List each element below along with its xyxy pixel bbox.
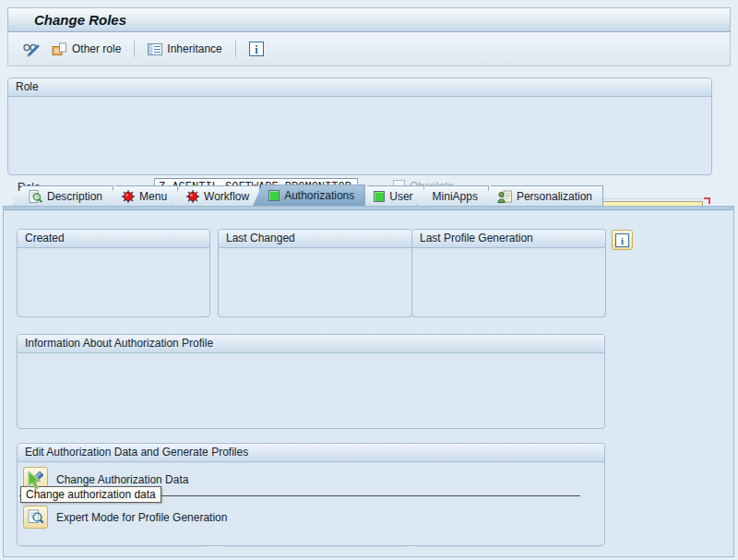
- panel-top-band: [4, 207, 733, 210]
- tab-label: Personalization: [517, 190, 592, 203]
- window-title: Change Roles: [7, 7, 731, 32]
- tab-workflow[interactable]: Workflow: [171, 185, 260, 206]
- row-separator: [222, 546, 406, 547]
- last-changed-groupbox: Last Changed User RBU Date 28.03.2023 Ti…: [218, 229, 412, 317]
- mouse-cursor: [27, 471, 44, 492]
- tab-personalization[interactable]: Personalization: [482, 185, 603, 206]
- display-document-icon: [29, 190, 42, 203]
- application-toolbar: Other role Inheritance i: [7, 32, 731, 66]
- info-icon: i: [615, 233, 629, 247]
- field-selection-marker: [704, 197, 710, 204]
- expert-glass-icon: [28, 509, 44, 525]
- tab-menu[interactable]: Menu: [106, 185, 178, 206]
- green-square-icon: [374, 191, 385, 202]
- info-icon: i: [249, 42, 264, 56]
- tab-miniapps[interactable]: MiniApps: [417, 185, 489, 206]
- tab-authorizations[interactable]: Authorizations: [253, 185, 365, 206]
- tab-label: MiniApps: [433, 190, 478, 203]
- tab-user[interactable]: User: [358, 185, 423, 206]
- profile-info-groupbox: Information About Authorization Profile …: [17, 334, 605, 429]
- red-led-icon: [186, 190, 199, 203]
- profile-info-button[interactable]: i: [612, 230, 633, 250]
- expert-mode-button[interactable]: [23, 506, 48, 529]
- last-profile-generation-groupbox: Last Profile Generation User RBU Date 28…: [411, 229, 606, 317]
- inheritance-label: Inheritance: [167, 42, 221, 55]
- tab-label: Description: [47, 190, 102, 203]
- inheritance-button[interactable]: Inheritance: [143, 41, 226, 57]
- role-groupbox-header: Role: [8, 78, 711, 97]
- tab-label: Authorizations: [284, 189, 354, 202]
- other-role-icon: [52, 42, 67, 56]
- toolbar-separator: [235, 41, 236, 57]
- other-role-label: Other role: [72, 42, 121, 55]
- green-square-icon: [268, 190, 280, 201]
- display-change-icon: [22, 42, 42, 57]
- last-changed-header: Last Changed: [219, 230, 411, 248]
- row-separator: [21, 546, 204, 547]
- toolbar-separator: [134, 41, 135, 57]
- tab-label: Workflow: [204, 190, 249, 203]
- svg-text:i: i: [621, 235, 624, 246]
- inheritance-icon: [148, 43, 162, 55]
- row-separator: [416, 546, 600, 547]
- person-icon: [497, 190, 512, 203]
- change-authorization-label: Change Authorization Data: [56, 473, 188, 486]
- role-groupbox: Role Role Z_AGENTIL_SOFTWARE_PROMONITOR …: [7, 77, 712, 175]
- tab-label: User: [389, 190, 412, 203]
- created-header: Created: [18, 230, 209, 248]
- display-change-button[interactable]: [18, 40, 47, 59]
- last-profile-generation-header: Last Profile Generation: [412, 230, 605, 248]
- tab-strip: Description Menu Workflow: [13, 185, 603, 206]
- created-groupbox: Created User RBU Date 26.03.2021 Time 13…: [17, 229, 210, 317]
- red-led-icon: [122, 190, 135, 203]
- edit-auth-header: Edit Authorization Data and Generate Pro…: [18, 444, 604, 462]
- info-button[interactable]: i: [244, 40, 268, 58]
- other-role-button[interactable]: Other role: [47, 41, 125, 58]
- profile-info-header: Information About Authorization Profile: [18, 335, 604, 353]
- expert-mode-label: Expert Mode for Profile Generation: [56, 511, 227, 524]
- tab-description[interactable]: Description: [13, 185, 113, 206]
- tab-label: Menu: [139, 190, 167, 203]
